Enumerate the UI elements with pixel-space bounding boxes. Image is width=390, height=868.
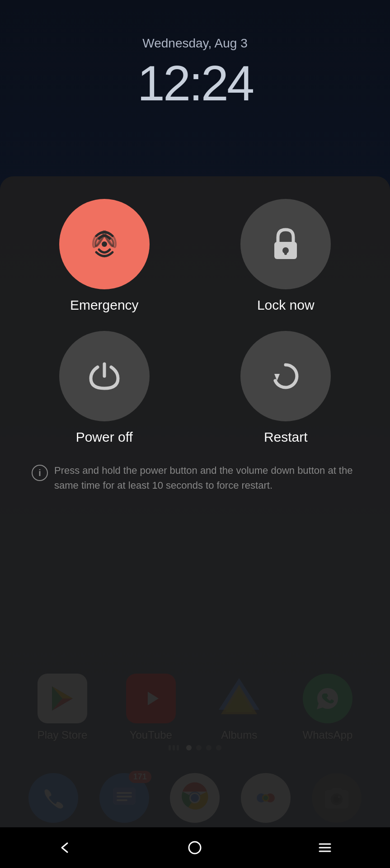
svg-point-10 [102,241,107,247]
recents-button[interactable] [309,832,341,863]
clock-time: 12:24 [0,54,390,112]
restart-icon [270,360,301,392]
power-off-button[interactable] [59,331,150,421]
clock-date: Wednesday, Aug 3 [0,36,390,51]
emergency-label: Emergency [70,297,139,313]
svg-rect-13 [284,250,287,255]
emergency-button[interactable] [59,199,150,289]
clock-area: Wednesday, Aug 3 12:24 [0,36,390,112]
power-icon [89,360,120,392]
home-button[interactable] [179,832,211,863]
power-menu-overlay: Emergency Lock now [0,176,390,868]
lock-button-container[interactable]: Lock now [209,199,363,313]
lock-label: Lock now [257,297,315,313]
lock-icon [270,227,301,261]
svg-point-33 [189,842,201,854]
info-icon: i [32,465,48,481]
force-restart-text: Press and hold the power button and the … [54,463,358,493]
lock-button[interactable] [240,199,331,289]
force-restart-info: i Press and hold the power button and th… [27,458,363,497]
navigation-bar [0,827,390,868]
emergency-button-container[interactable]: Emergency [27,199,182,313]
emergency-icon [86,226,122,262]
restart-label: Restart [264,429,308,445]
power-off-button-container[interactable]: Power off [27,331,182,445]
power-buttons-grid: Emergency Lock now [27,199,363,445]
back-button[interactable] [49,832,81,863]
restart-button[interactable] [240,331,331,421]
power-off-label: Power off [76,429,133,445]
restart-button-container[interactable]: Restart [209,331,363,445]
